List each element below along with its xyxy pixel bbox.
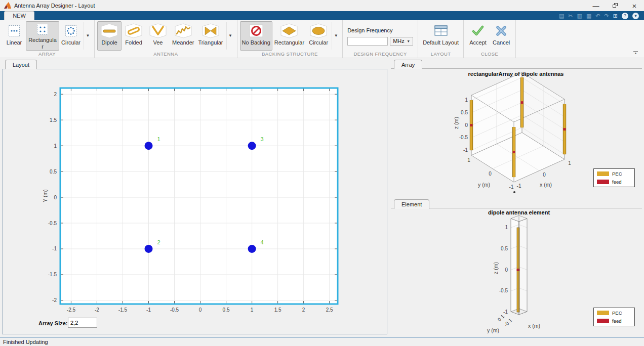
window-icon[interactable]: ⊞ [613,11,618,20]
redo-icon[interactable]: ↷ [605,11,609,20]
legend-swatch [597,319,609,323]
svg-text:y (m): y (m) [478,182,490,188]
svg-text:0.5: 0.5 [461,110,468,115]
array-legend: PECfeed [593,168,635,187]
collapse-ribbon-button[interactable]: ▴ [633,51,638,55]
more-icon[interactable]: ▾ [632,13,639,19]
cut-icon[interactable]: ✂ [568,11,573,20]
matlab-logo-icon [4,2,12,9]
svg-text:z (m): z (m) [493,262,499,274]
rectangular-array-button[interactable]: Rectangular [26,21,59,51]
tab-new[interactable]: NEW [4,11,34,20]
legend-row: feed [597,179,631,185]
linear-array-button[interactable]: Linear [3,21,26,51]
antenna-group-label: ANTENNA [97,51,234,58]
antenna-gallery-dropdown[interactable]: ▼ [226,22,234,50]
backing-group: No Backing Rectangular Circular ▼ BACKIN… [237,20,343,58]
array-group: Linear Rectangular Circular ▼ ARRAY [0,20,95,58]
legend-row: PEC [597,171,631,177]
legend-swatch [597,311,609,315]
svg-text:-0.5: -0.5 [48,221,57,226]
dipole-antenna-button[interactable]: Dipole [97,21,122,51]
legend-label: feed [612,318,622,324]
svg-text:1.5: 1.5 [50,117,57,123]
legend-label: PEC [612,171,622,177]
rectangular-backing-button[interactable]: Rectangular [272,21,306,51]
svg-text:0: 0 [543,172,546,178]
svg-text:-1: -1 [463,147,468,153]
tab-element[interactable]: Element [394,199,429,209]
feed-point [517,269,520,271]
rectangular-array-icon [36,22,49,37]
minimize-button[interactable]: — [586,0,606,11]
feed-point [513,151,515,153]
array-element-number: 4 [261,239,264,245]
tab-layout[interactable]: Layout [5,60,37,69]
element-legend: PECfeed [593,308,635,326]
minimize-icon: — [593,2,599,10]
legend-swatch [597,171,609,176]
triangular-bowtie-icon [200,22,221,39]
chevron-down-icon: ▼ [86,33,90,38]
svg-text:1: 1 [467,157,470,163]
layout-group: Default Layout LAYOUT [418,20,464,58]
array-element-number: 1 [157,136,160,142]
panel-splitter-handle[interactable] [513,191,515,193]
svg-text:-1.5: -1.5 [118,307,128,313]
svg-text:-1: -1 [146,307,151,313]
array-gallery-dropdown[interactable]: ▼ [84,22,92,50]
close-group-label: CLOSE [466,51,513,58]
cancel-button[interactable]: Cancel [490,21,513,51]
svg-text:y (m): y (m) [487,327,499,333]
array-layout-plot[interactable]: -2.5-2-1.5-1-0.500.511.522.521.510.50-0.… [3,69,387,334]
no-backing-button[interactable]: No Backing [240,21,272,51]
copy-icon[interactable]: ▥ [577,11,582,20]
backing-gallery-dropdown[interactable]: ▼ [332,22,340,50]
save-icon[interactable]: ▤ [559,11,564,20]
default-layout-button[interactable]: Default Layout [421,21,461,51]
close-button[interactable]: × [625,0,644,11]
array-panel: Array 10.50-0.5-110-1-101y (m)x (m)z (m)… [391,58,642,197]
svg-text:dipole antenna element: dipole antenna element [488,209,550,215]
frequency-unit-dropdown[interactable]: MHz ▼ [390,37,413,46]
restore-button[interactable] [606,0,625,11]
array-size-input[interactable] [68,318,97,328]
svg-text:0: 0 [54,195,57,200]
svg-text:1: 1 [54,143,57,149]
svg-text:2.5: 2.5 [326,307,333,313]
chevron-down-icon: ▼ [334,33,338,38]
tab-array[interactable]: Array [394,60,422,69]
circular-backing-button[interactable]: Circular [306,21,331,51]
no-backing-icon [246,22,266,39]
vee-antenna-button[interactable]: Vee [146,21,170,51]
dipole-icon [99,22,119,39]
circular-backing-icon [308,22,329,39]
array-element-number: 2 [157,239,160,245]
help-icon[interactable]: ? [622,13,628,19]
status-bar: Finished Updating [0,337,644,346]
accept-button[interactable]: Accept [466,21,490,51]
svg-text:0: 0 [465,122,468,128]
quick-access-toolbar: ▤ ✂ ▥ ▦ ↶ ↷ ⊞ ? ▾ [559,11,639,20]
svg-text:1: 1 [251,307,254,313]
design-frequency-label: Design Frequency [347,27,413,33]
array-element-point [145,245,153,253]
layout-group-label: LAYOUT [421,51,461,58]
svg-text:z (m): z (m) [453,117,459,129]
paste-icon[interactable]: ▦ [586,11,591,20]
design-frequency-input[interactable] [347,37,388,46]
circular-array-button[interactable]: Circular [59,21,83,51]
svg-text:-1.5: -1.5 [48,272,57,277]
svg-text:1.5: 1.5 [274,307,281,313]
svg-text:0.5: 0.5 [223,307,230,313]
array-element-number: 3 [261,136,264,142]
triangular-antenna-button[interactable]: Triangular [196,21,225,51]
svg-text:-2: -2 [95,307,99,313]
meander-antenna-button[interactable]: Meander [170,21,196,51]
legend-row: feed [597,318,631,324]
title-bar: Antenna Array Designer - Layout — × [0,0,644,11]
svg-text:2: 2 [302,307,305,313]
svg-text:0.1: 0.1 [497,313,506,322]
undo-icon[interactable]: ↶ [595,11,600,20]
folded-antenna-button[interactable]: Folded [122,21,146,51]
